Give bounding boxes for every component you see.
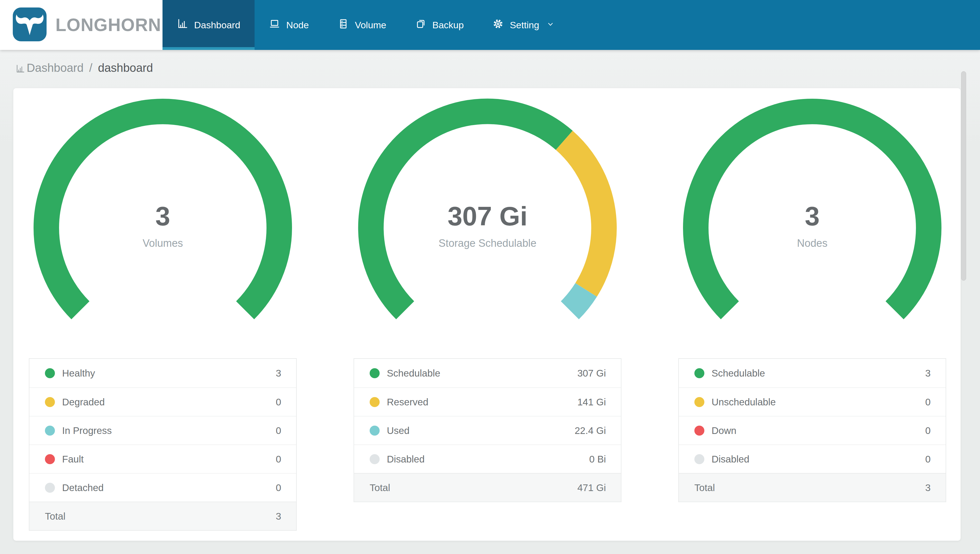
nav-item-label: Dashboard bbox=[194, 20, 240, 30]
legend-value: 0 bbox=[276, 425, 281, 436]
legend-color-dot bbox=[45, 454, 55, 464]
legend-row-disabled: Disabled 0 bbox=[679, 444, 946, 473]
legend-color-dot bbox=[370, 454, 380, 464]
legend-label: Disabled bbox=[711, 454, 925, 465]
legend-row-degraded: Degraded 0 bbox=[29, 387, 296, 416]
legend-label: Schedulable bbox=[711, 368, 925, 379]
nav-item-label: Backup bbox=[432, 20, 464, 30]
breadcrumb-section-label: Dashboard bbox=[27, 61, 83, 75]
legend-value: 0 bbox=[925, 396, 931, 408]
legend-value: 0 bbox=[276, 454, 281, 465]
breadcrumb-page-label: dashboard bbox=[98, 61, 153, 75]
nodes-column: 3 Nodes Schedulable 3 Unschedulable 0 D bbox=[678, 98, 946, 541]
legend-row-in-progress: In Progress 0 bbox=[29, 416, 296, 444]
nodes-gauge-chart bbox=[682, 98, 943, 358]
legend-label: Unschedulable bbox=[711, 396, 925, 408]
legend-label: Healthy bbox=[62, 368, 276, 379]
total-value: 471 Gi bbox=[578, 482, 606, 493]
nav-item-label: Setting bbox=[510, 20, 539, 30]
legend-row-fault: Fault 0 bbox=[29, 444, 296, 473]
legend-color-dot bbox=[45, 397, 55, 407]
nav-item-label: Node bbox=[286, 20, 309, 30]
brand-name: LONGHORN bbox=[56, 15, 161, 35]
dashboard-content: 3 Volumes Healthy 3 Degraded 0 In Progr bbox=[0, 86, 980, 541]
legend-color-dot bbox=[45, 483, 55, 493]
legend-row-disabled: Disabled 0 Bi bbox=[354, 444, 621, 473]
breadcrumb-dashboard-link[interactable]: Dashboard bbox=[16, 61, 83, 75]
main-nav: Dashboard Node bbox=[162, 0, 569, 50]
gear-icon bbox=[493, 18, 504, 32]
top-nav-bar: LONGHORN Dashboard Node bbox=[0, 0, 980, 50]
volumes-gauge: 3 Volumes bbox=[32, 98, 293, 358]
nav-item-label: Volume bbox=[355, 20, 386, 30]
total-label: Total bbox=[370, 482, 578, 493]
legend-total-row: Total 471 Gi bbox=[354, 473, 621, 501]
nav-item-node[interactable]: Node bbox=[255, 0, 323, 50]
volumes-column: 3 Volumes Healthy 3 Degraded 0 In Progr bbox=[29, 98, 297, 541]
legend-label: Used bbox=[387, 425, 574, 436]
legend-color-dot bbox=[370, 397, 380, 407]
storage-column: 307 Gi Storage Schedulable Schedulable 3… bbox=[353, 98, 622, 541]
chevron-down-icon bbox=[546, 20, 555, 30]
laptop-icon bbox=[269, 18, 280, 32]
legend-label: Fault bbox=[62, 454, 276, 465]
nav-item-volume[interactable]: Volume bbox=[323, 0, 401, 50]
nodes-gauge: 3 Nodes bbox=[682, 98, 943, 358]
volumes-gauge-chart bbox=[32, 98, 293, 358]
total-value: 3 bbox=[276, 511, 281, 522]
total-label: Total bbox=[694, 482, 925, 493]
nav-item-backup[interactable]: Backup bbox=[401, 0, 478, 50]
storage-gauge: 307 Gi Storage Schedulable bbox=[357, 98, 618, 358]
legend-label: Schedulable bbox=[387, 368, 578, 379]
legend-label: Reserved bbox=[387, 396, 578, 408]
legend-total-row: Total 3 bbox=[29, 501, 296, 530]
legend-value: 0 bbox=[276, 396, 281, 408]
nav-item-dashboard[interactable]: Dashboard bbox=[162, 0, 255, 50]
legend-color-dot bbox=[694, 426, 704, 436]
legend-value: 0 bbox=[925, 454, 931, 465]
nav-item-setting[interactable]: Setting bbox=[478, 0, 569, 50]
legend-value: 0 bbox=[925, 425, 931, 436]
legend-label: Detached bbox=[62, 482, 276, 493]
vertical-scrollbar-thumb[interactable] bbox=[961, 71, 966, 280]
legend-color-dot bbox=[45, 368, 55, 378]
legend-row-reserved: Reserved 141 Gi bbox=[354, 387, 621, 416]
storage-gauge-chart bbox=[357, 98, 618, 358]
legend-value: 141 Gi bbox=[578, 396, 606, 408]
legend-row-used: Used 22.4 Gi bbox=[354, 416, 621, 444]
legend-value: 0 bbox=[276, 482, 281, 493]
legend-label: In Progress bbox=[62, 425, 276, 436]
longhorn-bull-icon bbox=[12, 6, 47, 44]
breadcrumb-separator: / bbox=[88, 61, 94, 75]
legend-color-dot bbox=[694, 368, 704, 378]
legend-row-down: Down 0 bbox=[679, 416, 946, 444]
server-stack-icon bbox=[338, 18, 349, 32]
legend-label: Down bbox=[711, 425, 925, 436]
dashboard-card: 3 Volumes Healthy 3 Degraded 0 In Progr bbox=[13, 88, 961, 541]
nodes-legend-table: Schedulable 3 Unschedulable 0 Down 0 Dis… bbox=[678, 358, 946, 502]
legend-row-detached: Detached 0 bbox=[29, 473, 296, 501]
legend-row-schedulable: Schedulable 3 bbox=[679, 359, 946, 387]
legend-value: 307 Gi bbox=[578, 368, 606, 379]
total-label: Total bbox=[45, 511, 276, 522]
legend-value: 22.4 Gi bbox=[574, 425, 606, 436]
legend-color-dot bbox=[45, 426, 55, 436]
legend-value: 3 bbox=[276, 368, 281, 379]
legend-color-dot bbox=[370, 368, 380, 378]
legend-row-healthy: Healthy 3 bbox=[29, 359, 296, 387]
volumes-legend-table: Healthy 3 Degraded 0 In Progress 0 Fault… bbox=[29, 358, 297, 531]
legend-value: 0 Bi bbox=[589, 454, 606, 465]
legend-row-schedulable: Schedulable 307 Gi bbox=[354, 359, 621, 387]
bar-chart-icon bbox=[177, 18, 188, 32]
legend-value: 3 bbox=[925, 368, 931, 379]
legend-label: Degraded bbox=[62, 396, 276, 408]
legend-color-dot bbox=[694, 397, 704, 407]
copy-icon bbox=[415, 18, 426, 32]
legend-color-dot bbox=[370, 426, 380, 436]
breadcrumb: Dashboard / dashboard bbox=[0, 50, 980, 86]
brand-logo-link[interactable]: LONGHORN bbox=[0, 0, 162, 50]
bar-chart-icon bbox=[16, 61, 25, 75]
legend-row-unschedulable: Unschedulable 0 bbox=[679, 387, 946, 416]
legend-label: Disabled bbox=[387, 454, 589, 465]
storage-legend-table: Schedulable 307 Gi Reserved 141 Gi Used … bbox=[353, 358, 622, 502]
